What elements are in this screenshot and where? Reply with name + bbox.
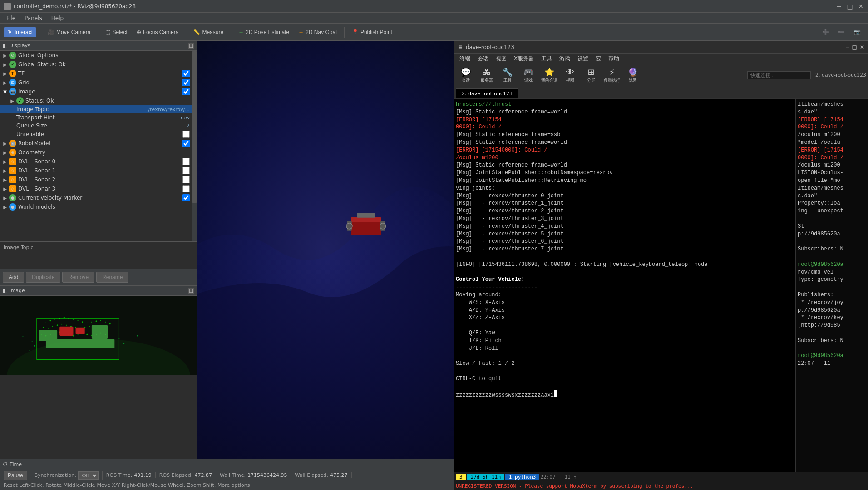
terminal-menu-games[interactable]: 游戏: [556, 54, 574, 64]
tf-checkbox[interactable]: [182, 70, 190, 77]
svg-rect-45: [59, 327, 73, 336]
display-item-dvl-sonar1[interactable]: ▶ ◇ DVL - Sonar 1: [0, 166, 192, 175]
dvl-sonar2-checkbox[interactable]: [182, 176, 190, 183]
dvl-sonar0-checkbox[interactable]: [182, 158, 190, 165]
display-item-transport-hint[interactable]: Transport Hint raw: [0, 113, 192, 122]
terminal-menu-view[interactable]: 视图: [492, 54, 510, 64]
display-item-tf[interactable]: ▶ T TF: [0, 69, 192, 78]
display-item-status-ok[interactable]: ▶ ✓ Status: Ok: [0, 96, 192, 105]
display-item-grid[interactable]: ▶ ⊞ Grid: [0, 78, 192, 87]
add-display-button[interactable]: Add: [3, 272, 24, 283]
displays-collapse-button[interactable]: □: [188, 43, 194, 49]
terminal-menu-session[interactable]: 会话: [474, 54, 492, 64]
time-panel-icon: ⏱: [3, 461, 8, 467]
grid-checkbox[interactable]: [182, 79, 190, 86]
menu-help[interactable]: Help: [47, 14, 68, 22]
dvl-sonar1-checkbox[interactable]: [182, 167, 190, 174]
svg-point-4: [50, 320, 51, 321]
right-line-28: root@9d985620a: [798, 352, 866, 360]
display-item-world-models[interactable]: ▶ ● World models: [0, 202, 192, 211]
terminal-maximize[interactable]: □: [852, 44, 857, 50]
current-velocity-checkbox[interactable]: [182, 194, 190, 201]
display-item-image[interactable]: ▼ 📷 Image: [0, 87, 192, 96]
current-velocity-label: Current Velocity Marker: [18, 195, 181, 201]
terminal-tool-games[interactable]: 🎮 游戏: [518, 65, 538, 85]
sync-select[interactable]: Off: [78, 471, 99, 480]
terminal-close[interactable]: ✕: [860, 44, 864, 50]
display-item-unreliable[interactable]: Unreliable: [0, 130, 192, 139]
add-button-toolbar[interactable]: ➕: [819, 27, 833, 37]
nav-goal-button[interactable]: → 2D Nav Goal: [295, 27, 340, 37]
image-checkbox[interactable]: [182, 88, 190, 95]
maximize-button[interactable]: □: [846, 3, 853, 10]
expander-icon: [9, 106, 15, 113]
measure-button[interactable]: 📏 Measure: [190, 27, 227, 37]
pause-button[interactable]: Pause: [4, 471, 27, 480]
terminal-menu-settings[interactable]: 设置: [574, 54, 592, 64]
image-panel-toggle[interactable]: □: [188, 288, 194, 294]
terminal-left-pane[interactable]: hrusters/7/thrust [Msg] Static reference…: [454, 99, 795, 472]
display-item-robot-model[interactable]: ▶ 🤖 RobotModel: [0, 139, 192, 148]
display-item-dvl-sonar0[interactable]: ▶ ◇ DVL - Sonar 0: [0, 157, 192, 166]
menu-panels[interactable]: Panels: [20, 14, 47, 22]
right-line-blank4: [798, 284, 866, 291]
svg-point-57: [137, 335, 138, 336]
move-camera-button[interactable]: 🎥 Move Camera: [44, 27, 94, 37]
properties-area: Image Topic: [0, 241, 197, 269]
terminal-tool-session[interactable]: 💬 会话: [456, 65, 476, 85]
displays-scrollbar[interactable]: [192, 51, 197, 241]
image-topic-property-label: Image Topic: [2, 244, 195, 251]
rename-button[interactable]: Rename: [96, 272, 128, 283]
remove-button[interactable]: Remove: [62, 272, 94, 283]
svg-point-23: [66, 325, 67, 326]
pose-estimate-icon: →: [238, 29, 244, 35]
terminal-tool-hidden[interactable]: 🔮 隐遁: [623, 65, 643, 85]
terminal-tool-view[interactable]: 👁 视图: [560, 65, 580, 85]
terminal-menu-terminal[interactable]: 终端: [456, 54, 474, 64]
terminal-tool-split[interactable]: ⊞ 分屏: [581, 65, 601, 85]
display-item-dvl-sonar3[interactable]: ▶ ◇ DVL - Sonar 3: [0, 184, 192, 193]
minus-button-toolbar[interactable]: ➖: [834, 27, 848, 37]
select-button[interactable]: ⬚ Select: [102, 27, 131, 37]
terminal-app-icon: 🖥: [458, 44, 463, 50]
robot-model-checkbox[interactable]: [182, 140, 190, 147]
duplicate-button[interactable]: Duplicate: [26, 272, 60, 283]
terminal-tool-server[interactable]: 🖧 服务器: [477, 65, 497, 85]
display-item-current-velocity[interactable]: ▶ ● Current Velocity Marker: [0, 193, 192, 202]
terminal-tool-tools[interactable]: 🔧 工具: [498, 65, 518, 85]
rviz-main: ◧ Displays □ ▶ ⚙ Global Options: [0, 41, 454, 459]
unreliable-checkbox[interactable]: [182, 131, 190, 138]
left-sidebar: ◧ Displays □ ▶ ⚙ Global Options: [0, 41, 197, 459]
3d-viewport[interactable]: [197, 41, 454, 459]
dvl-sonar3-checkbox[interactable]: [182, 185, 190, 192]
terminal-tool-my-sessions[interactable]: ⭐ 我的会话: [539, 65, 559, 85]
display-item-global-options[interactable]: ▶ ⚙ Global Options: [0, 51, 192, 60]
minimize-button[interactable]: ─: [835, 3, 843, 10]
pose-estimate-button[interactable]: → 2D Pose Estimate: [235, 27, 293, 37]
interact-button[interactable]: 🖱 Interact: [4, 27, 36, 37]
terminal-menu-help[interactable]: 帮助: [605, 54, 623, 64]
terminal-search-input[interactable]: [747, 71, 811, 79]
display-item-dvl-sonar2[interactable]: ▶ ◇ DVL - Sonar 2: [0, 175, 192, 184]
tmux-item-num: 3: [456, 474, 466, 480]
camera-toolbar-button[interactable]: 📷: [850, 27, 864, 37]
terminal-menu-tools[interactable]: 工具: [538, 54, 556, 64]
publish-point-button[interactable]: 📍 Publish Point: [348, 27, 396, 37]
session-tab-2[interactable]: 2. dave-root-ouc123: [456, 88, 518, 98]
terminal-line-9: [Msg] Static reference frame=world: [456, 162, 794, 169]
terminal-right-pane[interactable]: ltibeam/meshes s.dae". [ERROR] [17154 00…: [795, 99, 868, 472]
terminal-minimize[interactable]: ─: [846, 44, 849, 50]
focus-camera-button[interactable]: ⊕ Focus Camera: [133, 27, 182, 37]
menu-file[interactable]: File: [2, 14, 20, 22]
close-button[interactable]: ✕: [857, 3, 864, 10]
display-item-queue-size[interactable]: Queue Size 2: [0, 122, 192, 130]
session-tab-label[interactable]: 2. dave-root-ouc123: [815, 72, 866, 78]
display-item-global-status[interactable]: ▶ ✓ Global Status: Ok: [0, 60, 192, 69]
terminal-tool-multiexec[interactable]: ⚡ 多重执行: [602, 65, 622, 85]
scrollbar-thumb[interactable]: [192, 51, 197, 203]
terminal-menu-macro[interactable]: 宏: [592, 54, 605, 64]
display-item-odometry[interactable]: ▶ ⊕ Odometry: [0, 148, 192, 157]
terminal-menu-x-server[interactable]: X服务器: [510, 54, 538, 64]
display-item-image-topic[interactable]: Image Topic /rexrov/rexrov/...: [0, 105, 192, 113]
global-status-icon: ✓: [9, 61, 16, 68]
